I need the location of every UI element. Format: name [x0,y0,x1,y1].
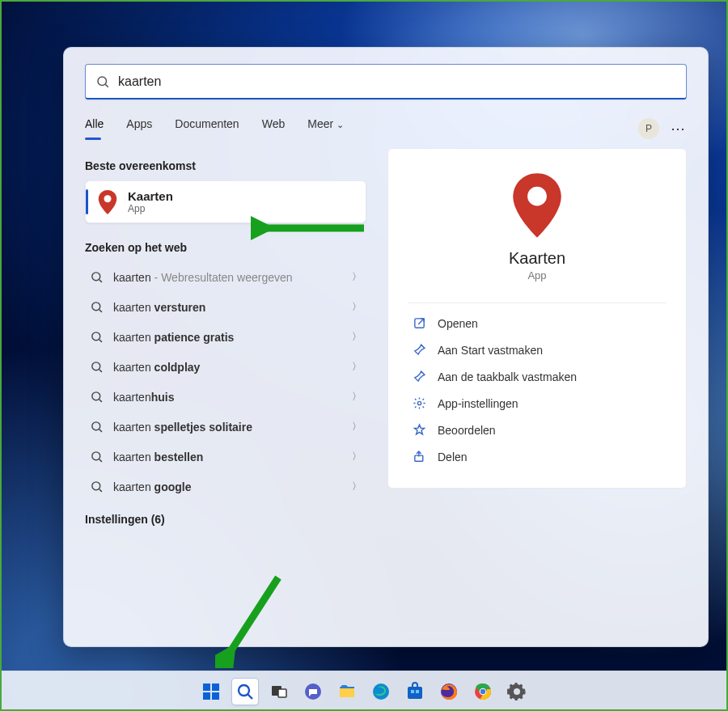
svg-point-42 [480,688,485,693]
web-result-item[interactable]: kaartenhuis〉 [85,382,366,412]
web-result-text: kaarten google [113,480,352,493]
chevron-right-icon: 〉 [352,480,362,493]
chevron-right-icon: 〉 [352,390,362,404]
chevron-right-icon: 〉 [352,330,362,344]
web-result-item[interactable]: kaarten patience gratis〉 [85,322,366,352]
taskbar [0,671,728,711]
svg-point-3 [92,273,100,281]
svg-line-10 [99,370,102,372]
taskbar-chrome-button[interactable] [470,679,496,705]
svg-point-13 [92,422,100,430]
preview-title: Kaarten [411,249,663,268]
taskbar-chat-button[interactable] [300,679,326,705]
user-avatar[interactable]: P [638,118,659,139]
svg-point-2 [104,195,112,202]
filter-tabs: Alle Apps Documenten Web Meer⌄ P ⋯ [85,117,687,140]
web-result-item[interactable]: kaarten bestellen〉 [85,442,366,472]
taskbar-firefox-button[interactable] [436,679,462,705]
taskbar-edge-button[interactable] [368,679,394,705]
taskbar-search-button[interactable] [232,679,258,705]
maps-app-icon-large [510,173,565,238]
tab-all[interactable]: Alle [85,117,104,140]
best-match-heading: Beste overeenkomst [85,159,366,172]
star-icon [413,423,426,437]
tab-web[interactable]: Web [262,117,286,140]
chevron-right-icon: 〉 [352,450,362,463]
taskbar-explorer-button[interactable] [334,679,360,705]
search-icon [235,682,255,701]
svg-point-9 [92,362,100,370]
web-result-item[interactable]: kaarten coldplay〉 [85,352,366,382]
chevron-down-icon: ⌄ [336,120,344,129]
web-result-text: kaarten bestellen [113,451,352,463]
search-icon [90,480,104,493]
chat-icon [303,682,323,701]
search-box[interactable] [85,64,687,99]
svg-line-8 [99,340,102,342]
svg-line-1 [105,84,108,87]
web-result-item[interactable]: kaarten versturen〉 [85,292,366,322]
more-options-button[interactable]: ⋯ [671,120,687,138]
svg-point-35 [373,683,389,700]
results-column: Beste overeenkomst Kaarten App Zoeken op… [85,148,366,633]
web-results-list: kaarten - Webresultaten weergeven〉kaarte… [85,262,366,502]
svg-line-30 [248,694,253,699]
svg-point-21 [417,401,421,404]
web-result-text: kaarten patience gratis [113,331,352,344]
search-icon [90,330,104,344]
svg-rect-32 [278,689,286,697]
windows-icon [201,682,221,701]
taskbar-store-button[interactable] [402,679,428,705]
search-icon [90,360,104,374]
settings-heading: Instellingen (6) [85,513,366,526]
taskbar-start-button[interactable] [198,679,224,705]
web-result-text: kaarten spelletjes solitaire [113,421,352,434]
search-icon [90,300,104,314]
action-app-settings[interactable]: App-instellingen [411,390,663,417]
maps-app-icon [97,190,118,214]
tab-documents[interactable]: Documenten [175,117,239,140]
svg-line-6 [99,310,102,312]
svg-line-18 [99,489,102,492]
svg-rect-28 [212,692,219,700]
web-result-item[interactable]: kaarten - Webresultaten weergeven〉 [85,262,366,292]
svg-point-7 [92,332,100,341]
svg-point-17 [92,482,100,490]
gear-icon [413,396,426,410]
svg-rect-38 [416,690,419,693]
preview-subtitle: App [411,269,663,281]
action-pin-taskbar[interactable]: Aan de taakbalk vastmaken [411,363,663,390]
best-match-result[interactable]: Kaarten App [85,180,366,223]
svg-line-4 [99,280,102,282]
tab-more[interactable]: Meer⌄ [307,117,344,140]
search-icon [90,390,104,404]
pin-icon [413,343,426,357]
gear-icon [507,682,527,701]
pin-icon [413,370,426,383]
svg-point-19 [527,187,547,206]
chevron-right-icon: 〉 [352,360,362,374]
action-rate[interactable]: Beoordelen [411,417,663,443]
action-open[interactable]: Openen [411,310,663,336]
taskbar-settings-button[interactable] [504,679,530,705]
action-share[interactable]: Delen [411,443,663,470]
web-result-item[interactable]: kaarten google〉 [85,472,366,502]
web-result-text: kaarten versturen [113,301,352,314]
svg-point-29 [239,685,249,696]
share-icon [413,450,426,463]
tab-apps[interactable]: Apps [126,117,152,140]
action-pin-start[interactable]: Aan Start vastmaken [411,336,663,363]
svg-line-14 [99,430,102,432]
svg-point-11 [92,392,100,400]
taskbar-taskview-button[interactable] [266,679,292,705]
search-icon [90,270,104,284]
svg-rect-34 [340,688,354,697]
folder-icon [337,682,357,701]
svg-point-0 [98,77,107,86]
web-result-text: kaarten - Webresultaten weergeven [113,271,352,284]
search-input[interactable] [110,74,676,89]
web-result-item[interactable]: kaarten spelletjes solitaire〉 [85,412,366,442]
svg-rect-36 [408,687,422,699]
svg-rect-26 [212,683,219,691]
search-icon [95,74,110,89]
